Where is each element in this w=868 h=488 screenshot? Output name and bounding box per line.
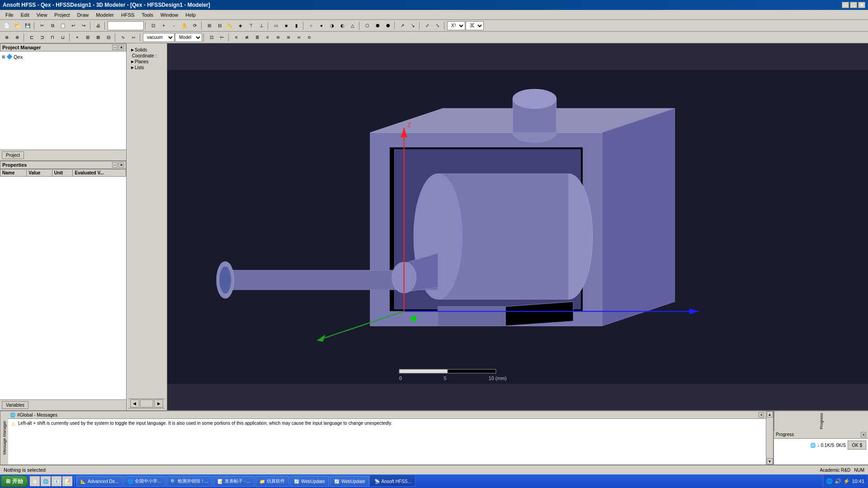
tb2-btn13[interactable]: ⊡ bbox=[207, 33, 217, 42]
messages-scrollbar[interactable]: ▲ ▼ bbox=[766, 411, 773, 465]
tree-planes[interactable]: ▶ Planes bbox=[130, 59, 163, 65]
undo-button[interactable]: ↩ bbox=[68, 21, 78, 31]
project-tab-button[interactable]: Project bbox=[2, 151, 24, 159]
redo-button[interactable]: ↪ bbox=[79, 21, 89, 31]
zoom-in-button[interactable]: + bbox=[159, 21, 169, 31]
measure-button[interactable]: 📐 bbox=[225, 21, 235, 31]
progress-label[interactable]: Progress bbox=[774, 411, 868, 431]
tb2-btn14[interactable]: ⊢ bbox=[217, 33, 227, 42]
tb-btn-misc3[interactable]: ◑ bbox=[327, 21, 337, 31]
tb2-btn20[interactable]: ≌ bbox=[283, 33, 293, 42]
tb2-btn22[interactable]: ≎ bbox=[304, 33, 314, 42]
tb2-btn16[interactable]: ≢ bbox=[242, 33, 252, 42]
taskbar-item-7[interactable]: 📡 Ansoft HFSS... bbox=[370, 476, 415, 487]
snap-button[interactable]: ⊞ bbox=[204, 21, 214, 31]
pan-button[interactable]: ✋ bbox=[179, 21, 189, 31]
menu-hfss[interactable]: HFSS bbox=[118, 11, 138, 19]
message-manager-label[interactable]: Message Manager bbox=[0, 411, 8, 465]
tb2-btn8[interactable]: ⊞ bbox=[83, 33, 93, 42]
tb2-btn7[interactable]: ⌖ bbox=[72, 33, 82, 42]
tb-btn-misc7[interactable]: ⬢ bbox=[373, 21, 382, 31]
panel-close-btn[interactable]: ✕ bbox=[118, 45, 124, 50]
menu-modeler[interactable]: Modeler bbox=[92, 11, 118, 19]
tree-lists[interactable]: ▶ Lists bbox=[130, 65, 163, 70]
tb2-btn10[interactable]: ⊟ bbox=[104, 33, 113, 42]
view-dropdown[interactable]: 3D2D bbox=[466, 21, 484, 30]
tree-item-qex[interactable]: ⊞ 🔷 Qex bbox=[2, 53, 124, 60]
menu-window[interactable]: Window bbox=[157, 11, 182, 19]
messages-close-btn[interactable]: ✕ bbox=[759, 412, 764, 418]
print-button[interactable]: 🖨 bbox=[93, 21, 103, 31]
tb2-btn1[interactable]: ⊕ bbox=[2, 33, 12, 42]
tb2-btn11[interactable]: ∿ bbox=[118, 33, 128, 42]
progress-close-btn[interactable]: ✕ bbox=[861, 432, 866, 437]
tb-btn-misc10[interactable]: ↘ bbox=[408, 21, 418, 31]
nav-prev[interactable]: ◀ bbox=[130, 399, 139, 408]
tb-btn-misc2[interactable]: ● bbox=[316, 21, 326, 31]
grid-button[interactable]: ⊟ bbox=[215, 21, 225, 31]
scroll-up-btn[interactable]: ▲ bbox=[767, 411, 773, 418]
tb2-btn6[interactable]: ⊔ bbox=[58, 33, 68, 42]
menu-view[interactable]: View bbox=[33, 11, 51, 19]
zoom-extents-button[interactable]: ⊡ bbox=[148, 21, 158, 31]
tb2-btn18[interactable]: ≡ bbox=[263, 33, 273, 42]
tb-btn-misc4[interactable]: ◐ bbox=[337, 21, 347, 31]
menu-tools[interactable]: Tools bbox=[138, 11, 157, 19]
tb2-btn21[interactable]: ≍ bbox=[294, 33, 304, 42]
wire-button[interactable]: ▭ bbox=[271, 21, 281, 31]
tb-btn-misc9[interactable]: ↗ bbox=[397, 21, 407, 31]
menu-help[interactable]: Help bbox=[182, 11, 199, 19]
open-button[interactable]: 📂 bbox=[12, 21, 22, 31]
panel-minimize-btn[interactable]: ─ bbox=[112, 45, 118, 50]
plane-dropdown[interactable]: XYXZYZ bbox=[447, 21, 465, 30]
tb2-btn12[interactable]: ∾ bbox=[128, 33, 138, 42]
new-button[interactable]: 📄 bbox=[2, 21, 12, 31]
taskbar-item-4[interactable]: 📁 仿真软件 bbox=[255, 476, 289, 487]
taskbar-item-6[interactable]: 🔄 WebUpdate bbox=[330, 476, 369, 487]
tb2-btn4[interactable]: ⊐ bbox=[37, 33, 47, 42]
tree-coordinate[interactable]: Coordinate : bbox=[130, 53, 163, 59]
prop-close-btn[interactable]: ✕ bbox=[118, 162, 124, 168]
variables-tab-button[interactable]: Variables bbox=[2, 401, 28, 409]
mode-dropdown[interactable]: Model bbox=[175, 33, 202, 42]
close-button[interactable]: ✕ bbox=[858, 2, 865, 8]
nav-next[interactable]: ▶ bbox=[154, 399, 163, 408]
menu-file[interactable]: File bbox=[2, 11, 17, 19]
ql-browser[interactable]: 🌐 bbox=[41, 476, 51, 486]
menu-draw[interactable]: Draw bbox=[74, 11, 93, 19]
start-button[interactable]: ⊞ 开始 bbox=[1, 475, 28, 487]
tree-solids[interactable]: ▶ Solids bbox=[130, 47, 163, 53]
copy-button[interactable]: ⧉ bbox=[47, 21, 57, 31]
prop-minimize-btn[interactable]: ─ bbox=[112, 162, 118, 168]
taskbar-item-1[interactable]: 🌐 全国中小学... bbox=[123, 476, 165, 487]
ql-email[interactable]: 📧 bbox=[52, 476, 61, 486]
zoom-out-button[interactable]: - bbox=[169, 21, 179, 31]
menu-project[interactable]: Project bbox=[51, 11, 73, 19]
rotate-button[interactable]: ⟳ bbox=[190, 21, 200, 31]
save-button[interactable]: 💾 bbox=[23, 21, 33, 31]
tb-btn-misc12[interactable]: ⤡ bbox=[433, 21, 443, 31]
ok-button[interactable]: OK $ bbox=[848, 441, 866, 450]
ql-misc[interactable]: 📝 bbox=[62, 476, 72, 486]
tb2-btn17[interactable]: ≣ bbox=[252, 33, 262, 42]
material-dropdown[interactable]: vacuum bbox=[143, 33, 175, 42]
nav-mid[interactable] bbox=[140, 399, 154, 408]
tb-btn-misc1[interactable]: ○ bbox=[306, 21, 316, 31]
taskbar-item-2[interactable]: 🔍 检测并销毁！... bbox=[166, 476, 212, 487]
ql-desktop[interactable]: 🖥 bbox=[30, 476, 40, 486]
viewport[interactable]: Z 0 5 10 (mm) bbox=[167, 43, 868, 410]
tb2-btn9[interactable]: ⊠ bbox=[93, 33, 103, 42]
tb-btn-misc5[interactable]: △ bbox=[348, 21, 358, 31]
tb-btn-misc8[interactable]: ⬣ bbox=[383, 21, 393, 31]
taskbar-item-0[interactable]: 📐 Advanced De... bbox=[76, 476, 123, 487]
view-front-button[interactable]: ⊥ bbox=[256, 21, 266, 31]
tb-btn-misc11[interactable]: ⤢ bbox=[422, 21, 432, 31]
cut-button[interactable]: ✂ bbox=[37, 21, 47, 31]
minimize-button[interactable]: ─ bbox=[842, 2, 849, 8]
tb2-btn5[interactable]: ⊓ bbox=[47, 33, 57, 42]
menu-edit[interactable]: Edit bbox=[17, 11, 33, 19]
selection-input[interactable] bbox=[108, 21, 144, 30]
tb-btn-misc6[interactable]: ⬡ bbox=[362, 21, 372, 31]
paste-button[interactable]: 📋 bbox=[58, 21, 68, 31]
view-top-button[interactable]: ⊤ bbox=[246, 21, 256, 31]
